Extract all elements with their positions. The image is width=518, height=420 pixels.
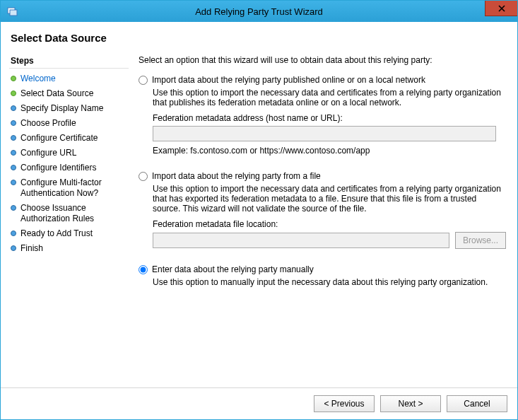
content-pane: Select an option that this wizard will u… (129, 51, 513, 383)
step-label[interactable]: Welcome (20, 74, 56, 84)
wizard-window: Add Relying Party Trust Wizard Select Da… (0, 0, 518, 420)
step-item: Configure Certificate (9, 131, 129, 146)
step-item: Configure URL (9, 146, 129, 161)
step-item: Specify Display Name (9, 101, 129, 116)
step-label: Ready to Add Trust (20, 228, 93, 239)
step-bullet-icon (11, 165, 16, 170)
option-manual-desc: Use this option to manually input the ne… (153, 277, 506, 287)
step-item: Choose Profile (9, 116, 129, 131)
metadata-address-input[interactable] (153, 126, 496, 141)
window-title: Add Relying Party Trust Wizard (195, 6, 323, 17)
metadata-file-input[interactable] (153, 233, 449, 248)
option-manual-group: Enter data about the relying party manua… (139, 264, 506, 293)
step-bullet-icon (11, 205, 16, 211)
option-online-desc: Use this option to import the necessary … (153, 88, 506, 107)
previous-button[interactable]: < Previous (314, 395, 375, 412)
option-online[interactable]: Import data about the relying party publ… (139, 75, 506, 85)
svg-rect-1 (10, 10, 17, 16)
step-label: Specify Display Name (20, 103, 103, 114)
step-bullet-icon (11, 135, 16, 141)
step-item[interactable]: Welcome (9, 71, 129, 86)
step-label: Select Data Source (20, 88, 93, 99)
step-bullet-icon (11, 91, 16, 96)
step-label: Configure URL (20, 148, 76, 158)
step-label: Configure Certificate (20, 133, 98, 144)
radio-manual[interactable] (139, 265, 148, 274)
metadata-file-label: Federation metadata file location: (153, 219, 506, 229)
step-item: Select Data Source (9, 86, 129, 101)
option-file-desc: Use this option to import the necessary … (153, 184, 506, 214)
step-label: Configure Multi-factor Authentication No… (20, 177, 126, 199)
step-item: Configure Identifiers (9, 161, 129, 175)
option-file[interactable]: Import data about the relying party from… (139, 171, 506, 181)
step-bullet-icon (11, 150, 16, 156)
step-bullet-icon (11, 105, 16, 111)
steps-sidebar: Steps WelcomeSelect Data SourceSpecify D… (5, 51, 129, 383)
option-file-label: Import data about the relying party from… (152, 171, 321, 181)
browse-button[interactable]: Browse... (455, 232, 506, 249)
metadata-address-label: Federation metadata address (host name o… (153, 113, 506, 123)
step-bullet-icon (11, 231, 16, 236)
option-manual[interactable]: Enter data about the relying party manua… (139, 264, 506, 274)
step-bullet-icon (11, 76, 16, 81)
page-title: Select Data Source (1, 22, 517, 51)
step-bullet-icon (11, 180, 16, 185)
option-manual-label: Enter data about the relying party manua… (152, 264, 314, 274)
option-file-group: Import data about the relying party from… (139, 171, 506, 260)
step-label: Choose Issuance Authorization Rules (20, 203, 126, 224)
wizard-footer: < Previous Next > Cancel (1, 387, 517, 419)
next-button[interactable]: Next > (380, 395, 441, 412)
step-item: Choose Issuance Authorization Rules (9, 201, 129, 226)
wizard-body: Steps WelcomeSelect Data SourceSpecify D… (1, 51, 517, 387)
step-item: Configure Multi-factor Authentication No… (9, 175, 129, 201)
metadata-address-example: Example: fs.contoso.com or https://www.c… (153, 146, 506, 156)
radio-file[interactable] (139, 172, 148, 181)
step-label: Choose Profile (20, 118, 76, 129)
step-item: Finish (9, 241, 129, 256)
step-label: Finish (20, 243, 43, 254)
intro-text: Select an option that this wizard will u… (139, 55, 506, 65)
step-item: Ready to Add Trust (9, 226, 129, 241)
titlebar: Add Relying Party Trust Wizard (1, 1, 517, 22)
steps-heading: Steps (9, 54, 129, 69)
radio-online[interactable] (139, 76, 148, 85)
step-label: Configure Identifiers (20, 163, 96, 173)
option-online-group: Import data about the relying party publ… (139, 75, 506, 167)
close-button[interactable] (485, 1, 517, 16)
close-icon (498, 5, 505, 12)
app-icon (6, 6, 18, 17)
cancel-button[interactable]: Cancel (447, 395, 507, 412)
option-online-label: Import data about the relying party publ… (152, 75, 425, 85)
step-bullet-icon (11, 245, 16, 251)
step-bullet-icon (11, 120, 16, 126)
